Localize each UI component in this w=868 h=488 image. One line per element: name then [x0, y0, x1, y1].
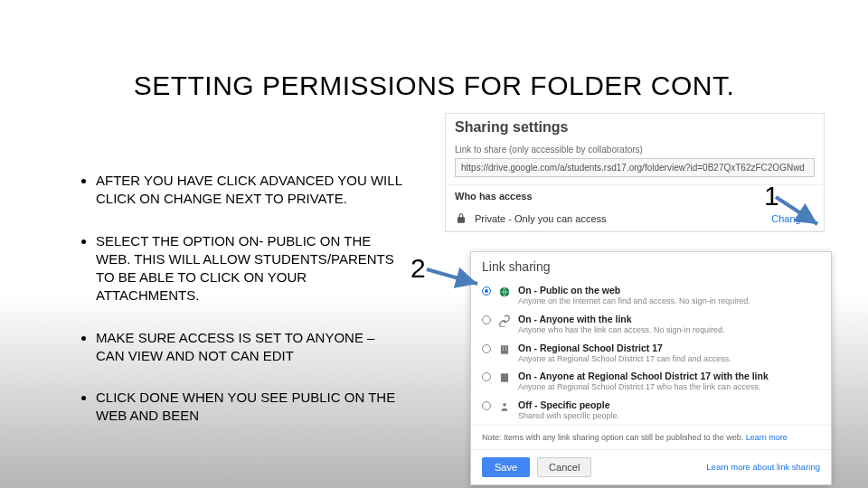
radio-label: Off - Specific people — [518, 399, 610, 410]
svg-point-7 — [503, 403, 506, 407]
svg-rect-1 — [501, 345, 508, 353]
radio-off-specific[interactable]: Off - Specific people Shared with specif… — [471, 396, 831, 425]
lock-icon — [455, 212, 467, 225]
svg-rect-4 — [503, 349, 504, 350]
access-private-text: Private - Only you can access — [475, 213, 764, 224]
radio-public-on-web[interactable]: On - Public on the web Anyone on the Int… — [471, 281, 831, 310]
annotation-2: 2 — [410, 253, 426, 284]
link-to-share-input[interactable]: https://drive.google.com/a/students.rsd1… — [455, 158, 815, 177]
sharing-settings-panel: Sharing settings Link to share (only acc… — [445, 113, 825, 232]
radio-anyone-with-link[interactable]: On - Anyone with the link Anyone who has… — [471, 310, 831, 339]
svg-rect-6 — [501, 374, 508, 382]
svg-rect-3 — [505, 347, 506, 348]
radio-icon — [482, 401, 491, 410]
radio-icon — [482, 372, 491, 381]
link-icon — [498, 314, 511, 329]
radio-icon — [482, 344, 491, 353]
radio-sublabel: Anyone at Regional School District 17 ca… — [518, 354, 731, 363]
radio-label: On - Public on the web — [518, 285, 620, 296]
radio-sublabel: Anyone at Regional School District 17 wh… — [518, 382, 760, 391]
svg-rect-5 — [505, 349, 506, 350]
svg-rect-2 — [503, 347, 504, 348]
bullet-item: CLICK DONE WHEN YOU SEE PUBLIC ON THE WE… — [96, 389, 402, 426]
building-icon — [498, 343, 511, 358]
radio-icon — [482, 286, 491, 296]
annotation-1: 1 — [764, 181, 779, 211]
radio-label: On - Anyone with the link — [518, 314, 632, 324]
bullet-list: AFTER YOU HAVE CLICK ADVANCED YOU WILL C… — [81, 172, 402, 449]
globe-icon — [498, 286, 511, 300]
save-button[interactable]: Save — [482, 457, 530, 477]
link-sharing-title: Link sharing — [471, 252, 831, 281]
radio-org-with-link[interactable]: On - Anyone at Regional School District … — [471, 367, 831, 396]
slide-title: SETTING PERMISSIONS FOR FOLDER CONT. — [0, 70, 868, 101]
learn-more-link-sharing[interactable]: Learn more about link sharing — [706, 462, 820, 472]
learn-more-link[interactable]: Learn more — [746, 433, 788, 442]
link-sharing-dialog: Link sharing On - Public on the web Anyo… — [470, 251, 832, 485]
bullet-item: MAKE SURE ACCESS IS SET TO ANYONE – CAN … — [96, 329, 402, 366]
radio-sublabel: Anyone who has the link can access. No s… — [518, 325, 725, 334]
bullet-item: SELECT THE OPTION ON- PUBLIC ON THE WEB.… — [96, 232, 402, 305]
bullet-item: AFTER YOU HAVE CLICK ADVANCED YOU WILL C… — [96, 172, 402, 209]
radio-sublabel: Shared with specific people. — [518, 411, 619, 420]
radio-label: On - Regional School District 17 — [518, 343, 663, 353]
radio-label: On - Anyone at Regional School District … — [518, 371, 769, 381]
radio-org[interactable]: On - Regional School District 17 Anyone … — [471, 339, 831, 368]
building-link-icon — [498, 371, 511, 386]
radio-icon — [482, 315, 491, 324]
radio-sublabel: Anyone on the Internet can find and acce… — [518, 296, 750, 305]
person-icon — [498, 400, 511, 415]
change-link[interactable]: Change... — [771, 213, 815, 224]
cancel-button[interactable]: Cancel — [537, 457, 591, 477]
link-to-share-label: Link to share (only accessible by collab… — [446, 143, 824, 158]
link-sharing-note: Note: Items with any link sharing option… — [471, 425, 831, 449]
sharing-settings-heading: Sharing settings — [446, 114, 824, 143]
